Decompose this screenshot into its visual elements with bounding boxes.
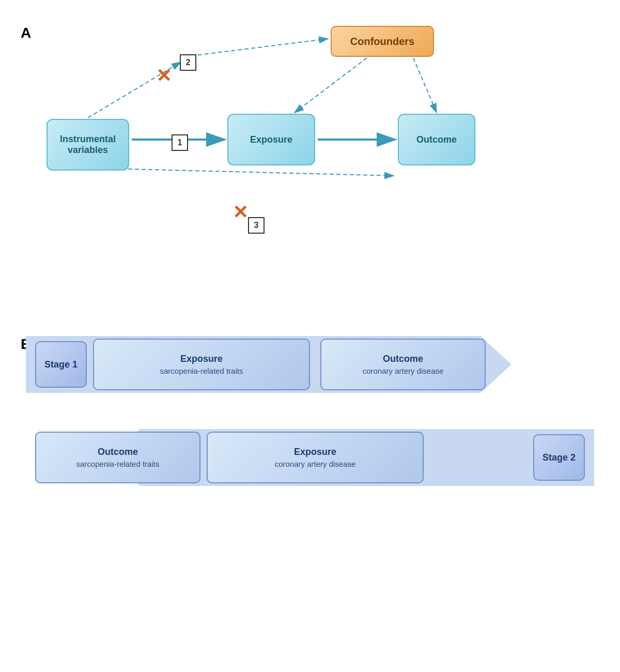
svg-line-7 [413,58,437,113]
stage2-outcome-box: Outcome sarcopenia-related traits [35,432,200,483]
stage1-row: Stage 1 Exposure sarcopenia-related trai… [26,331,594,398]
badge-1: 1 [172,134,188,151]
node-exposure: Exposure [227,114,315,165]
stage2-row: Outcome sarcopenia-related traits Exposu… [26,424,594,491]
x-mark-3: ✕ [233,202,248,223]
stage2-exposure-box: Exposure coronary artery disease [207,432,424,483]
stage2-exposure-sub: coronary artery disease [275,460,356,468]
stage1-exposure-box: Exposure sarcopenia-related traits [93,339,310,390]
stage1-label-box: Stage 1 [35,341,87,388]
stage1-exposure-title: Exposure [180,354,223,364]
stage2-outcome-title: Outcome [98,447,138,457]
node-outcome: Outcome [398,114,475,165]
svg-line-5 [191,39,328,56]
stage1-exposure-sub: sarcopenia-related traits [160,366,243,375]
stage2-exposure-title: Exposure [294,447,336,457]
stage2-outcome-sub: sarcopenia-related traits [76,460,160,468]
stage1-outcome-title: Outcome [383,354,423,364]
stage2-label-box: Stage 2 [533,434,585,481]
node-instrumental-variables: Instrumental variables [47,119,129,171]
badge-2: 2 [180,54,196,71]
stage1-outcome-box: Outcome coronary artery disease [320,339,486,390]
x-mark-2: ✕ [156,65,172,87]
stage1-outcome-sub: coronary artery disease [363,366,444,375]
badge-3: 3 [248,217,265,234]
svg-line-8 [88,168,394,176]
panel-a-diagram: Instrumental variables Exposure Outcome … [26,16,594,305]
svg-line-6 [295,58,367,113]
panel-b-diagram: Stage 1 Exposure sarcopenia-related trai… [26,331,594,491]
node-confounders: Confounders [331,26,434,57]
